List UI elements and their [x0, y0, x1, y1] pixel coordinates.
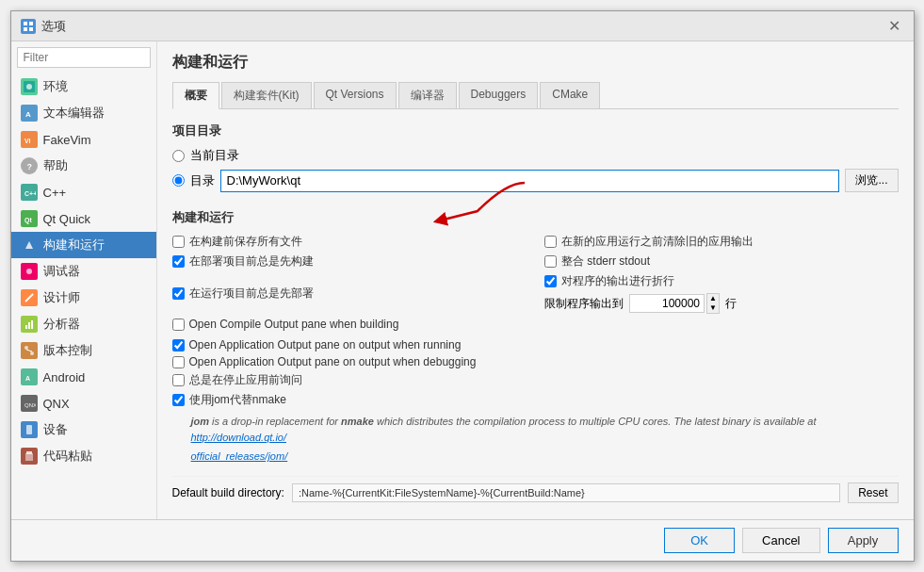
default-build-row: Default build directory: Reset — [172, 476, 899, 509]
svg-rect-1 — [29, 22, 33, 25]
checkbox-stderr-stdout: 整合 stderr stdout — [544, 253, 899, 270]
cb-jom[interactable] — [172, 394, 185, 406]
options-dialog: 选项 ✕ 环境 A 文本编辑器 Vi — [10, 10, 915, 562]
svg-rect-0 — [24, 22, 27, 25]
cb-save-files[interactable] — [172, 236, 185, 248]
browse-button[interactable]: 浏览... — [845, 169, 898, 192]
sidebar-label-android: Android — [43, 370, 86, 384]
svg-rect-37 — [25, 453, 33, 461]
cb-app-output-run[interactable] — [172, 339, 185, 351]
vim-icon: Vi — [21, 131, 38, 148]
dir-path-input[interactable] — [220, 170, 840, 192]
tab-compiler[interactable]: 编译器 — [398, 82, 457, 108]
default-build-input[interactable] — [292, 483, 840, 502]
sidebar-item-vim[interactable]: Vi FakeVim — [11, 126, 156, 153]
cb-ask-stop[interactable] — [172, 374, 185, 386]
sidebar-label-design: 设计师 — [43, 289, 80, 306]
apply-button[interactable]: Apply — [828, 528, 899, 553]
sidebar-item-qnx[interactable]: QNX QNX — [11, 390, 156, 417]
sidebar-item-analyze[interactable]: 分析器 — [11, 311, 156, 337]
sidebar-label-analyze: 分析器 — [43, 316, 80, 333]
sidebar-item-help[interactable]: ? 帮助 — [11, 153, 156, 179]
checkbox-jom: 使用jom代替nmake — [172, 392, 899, 408]
cb-clear-output[interactable] — [544, 236, 557, 248]
options-grid: 在构建前保存所有文件 在新的应用运行之前清除旧的应用输出 在部署项目前总是先构建 — [172, 234, 899, 331]
sidebar-item-paste[interactable]: 代码粘贴 — [11, 443, 156, 469]
svg-text:A: A — [25, 375, 30, 382]
sidebar-label-build: 构建和运行 — [43, 237, 105, 253]
jom-info2: official_releases/jom/ — [191, 449, 899, 465]
sidebar-item-device[interactable]: 设备 — [11, 417, 156, 443]
sidebar-item-cpp[interactable]: C++ C++ — [11, 179, 156, 205]
text-icon: A — [21, 105, 38, 122]
sidebar-item-qt[interactable]: Qt Qt Quick — [11, 205, 156, 232]
cb-clear-output-label: 在新的应用运行之前清除旧的应用输出 — [561, 234, 754, 250]
svg-text:Vi: Vi — [24, 138, 31, 144]
sidebar-label-debug: 调试器 — [43, 263, 80, 280]
radio-dir[interactable] — [172, 174, 185, 187]
tab-cmake[interactable]: CMake — [540, 82, 600, 108]
checkbox-app-output-debug: Open Application Output pane on output w… — [172, 355, 899, 368]
sidebar-label-qnx: QNX — [43, 397, 70, 411]
checkbox-app-output-run: Open Application Output pane on output w… — [172, 338, 899, 351]
checkbox-fold-output: 对程序的输出进行折行 — [544, 273, 899, 289]
tab-overview[interactable]: 概要 — [172, 82, 219, 109]
tab-debuggers[interactable]: Debuggers — [459, 82, 539, 108]
cpp-icon: C++ — [21, 184, 38, 201]
page-title: 构建和运行 — [172, 53, 899, 73]
cb-pre-deploy-build[interactable] — [172, 255, 185, 268]
tab-kit[interactable]: 构建套件(Kit) — [221, 82, 312, 108]
spinner-up[interactable]: ▲ — [707, 294, 719, 303]
sidebar-label-vcs: 版本控制 — [43, 342, 92, 359]
radio-current-dir[interactable] — [172, 150, 185, 162]
cb-fold-output[interactable] — [544, 275, 557, 287]
spinner-down[interactable]: ▼ — [707, 303, 719, 313]
limit-input[interactable] — [629, 294, 705, 313]
cb-compile-pane[interactable] — [172, 319, 185, 331]
radio-group: 当前目录 目录 浏览... — [172, 147, 899, 192]
paste-icon — [21, 448, 38, 465]
limit-label: 限制程序输出到 — [544, 296, 624, 312]
svg-point-28 — [30, 351, 34, 355]
cb-pre-run-deploy[interactable] — [172, 287, 185, 300]
reset-button[interactable]: Reset — [848, 482, 898, 503]
cb-save-files-label: 在构建前保存所有文件 — [189, 234, 302, 250]
cb-pre-run-deploy-label: 在运行项目前总是先部署 — [189, 286, 314, 302]
cb-pre-deploy-build-label: 在部署项目前总是先构建 — [189, 253, 314, 270]
sidebar-item-text[interactable]: A 文本编辑器 — [11, 100, 156, 126]
cb-stderr-stdout[interactable] — [544, 255, 557, 268]
title-bar-left: 选项 — [21, 18, 66, 35]
dialog-icon — [21, 19, 36, 34]
sidebar-item-design[interactable]: 设计师 — [11, 285, 156, 311]
cb-stderr-stdout-label: 整合 stderr stdout — [561, 253, 650, 270]
sidebar-label-env: 环境 — [43, 78, 68, 95]
jom-info: jom is a drop-in replacement for nmake w… — [191, 414, 899, 445]
ok-button[interactable]: OK — [664, 528, 735, 553]
default-build-label: Default build directory: — [172, 486, 284, 499]
dialog-footer: OK Cancel Apply — [11, 519, 914, 561]
cb-app-output-debug[interactable] — [172, 356, 185, 368]
svg-rect-35 — [26, 425, 32, 434]
sidebar-item-env[interactable]: 环境 — [11, 74, 156, 100]
sidebar-label-cpp: C++ — [43, 186, 67, 200]
title-bar: 选项 ✕ — [11, 11, 914, 41]
svg-point-19 — [26, 269, 32, 274]
jom-link[interactable]: http://download.qt.io/ — [191, 432, 287, 443]
cb-app-output-debug-label: Open Application Output pane on output w… — [189, 355, 477, 368]
radio-current-dir-label: 当前目录 — [190, 147, 239, 164]
svg-rect-23 — [25, 325, 27, 329]
qt-icon: Qt — [21, 210, 38, 227]
sidebar-item-debug[interactable]: 调试器 — [11, 258, 156, 285]
sidebar-item-android[interactable]: A Android — [11, 364, 156, 390]
jom-link2[interactable]: official_releases/jom/ — [191, 450, 288, 462]
svg-text:C++: C++ — [24, 190, 36, 197]
tab-qt-versions[interactable]: Qt Versions — [314, 82, 397, 108]
cancel-button[interactable]: Cancel — [742, 528, 819, 553]
svg-point-27 — [24, 346, 28, 350]
svg-rect-38 — [26, 451, 32, 454]
sidebar-item-vcs[interactable]: 版本控制 — [11, 337, 156, 364]
filter-input[interactable] — [17, 47, 151, 68]
cb-fold-output-label: 对程序的输出进行折行 — [561, 273, 674, 289]
sidebar-item-build[interactable]: 构建和运行 — [11, 232, 156, 258]
close-button[interactable]: ✕ — [885, 17, 904, 36]
